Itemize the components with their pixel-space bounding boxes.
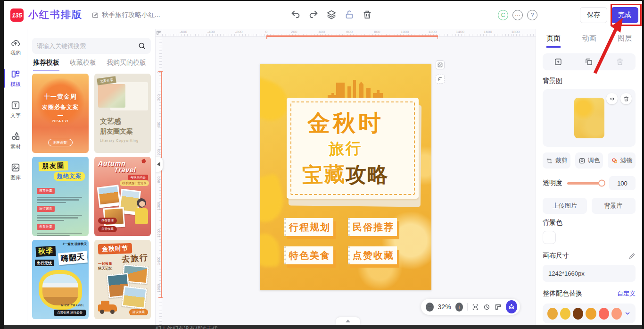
sidebar-item-templates[interactable]: 模板 bbox=[4, 65, 27, 92]
template-card-moments-copy[interactable]: 朋友圈 超绝文案 日常分享 旅行记录 美食分享 bbox=[32, 157, 89, 236]
done-button[interactable]: 完成 bbox=[611, 7, 638, 23]
duplicate-page-icon[interactable] bbox=[585, 58, 593, 66]
template-badge: 点赞收藏 旅行必备 bbox=[54, 310, 86, 316]
template-card-literary[interactable]: 文案分享 文艺感 朋友圈文案 Literary Copywriting bbox=[94, 74, 151, 153]
left-sidebar: 我的 模板 文字 素材 图库 bbox=[4, 29, 27, 325]
template-caption: Literary Copywriting bbox=[100, 139, 139, 142]
top-bar: 135 小红书排版 秋季旅行攻略小红... C ··· ? 保存 完成 bbox=[4, 1, 642, 29]
search-icon[interactable] bbox=[138, 42, 146, 50]
right-panel-tabs: 页面 动画 图层 bbox=[543, 34, 636, 48]
poster-button-folk[interactable]: 民俗推荐 bbox=[348, 218, 397, 236]
poster-page[interactable]: 金秋时 旅行 宝藏攻略 行程规划 民俗推荐 特色美食 点赞收藏 bbox=[260, 64, 431, 290]
sidebar-item-gallery[interactable]: 图库 bbox=[4, 159, 27, 185]
delete-icon[interactable] bbox=[362, 9, 372, 20]
zoom-out-button[interactable]: − bbox=[426, 303, 434, 312]
redo-icon[interactable] bbox=[308, 9, 319, 20]
robot-icon bbox=[508, 303, 515, 311]
layers-icon[interactable] bbox=[326, 9, 337, 20]
poster-title-line3[interactable]: 宝藏攻略 bbox=[260, 161, 431, 189]
poster-title-line1[interactable]: 金秋时 bbox=[260, 108, 431, 138]
horizontal-ruler[interactable]: -600-400-2000200400600800100012001400160… bbox=[162, 29, 536, 37]
sidebar-item-label: 我的 bbox=[10, 50, 21, 57]
palette-color-6[interactable] bbox=[611, 308, 622, 320]
crop-icon bbox=[546, 157, 553, 164]
template-title: 朋友圈 bbox=[39, 161, 68, 171]
template-section-tag: 旅行记录 bbox=[37, 206, 55, 212]
remove-bg-button[interactable] bbox=[620, 93, 632, 104]
template-tabs: 推荐模板 收藏模板 我购买的模版 bbox=[33, 59, 146, 71]
panel-collapse-handle[interactable] bbox=[156, 157, 163, 172]
feedback-icon[interactable]: ··· bbox=[512, 10, 523, 20]
ai-assistant-button[interactable] bbox=[506, 300, 517, 313]
crop-button[interactable]: 裁剪 bbox=[543, 152, 570, 169]
flip-horizontal-button[interactable] bbox=[606, 93, 618, 104]
upload-image-button[interactable]: 上传图片 bbox=[543, 198, 587, 214]
opacity-slider[interactable] bbox=[567, 182, 604, 185]
unlock-icon[interactable] bbox=[344, 9, 355, 20]
poster-button-food[interactable]: 特色美食 bbox=[284, 246, 333, 264]
topbar-right-icons: C ··· ? bbox=[498, 10, 537, 20]
template-title2: 去旅行 bbox=[121, 252, 149, 265]
tab-page[interactable]: 页面 bbox=[546, 34, 561, 48]
opacity-value: 100 bbox=[609, 176, 636, 190]
ruler-toggle-icon[interactable] bbox=[495, 303, 502, 311]
tab-layers[interactable]: 图层 bbox=[618, 34, 632, 48]
template-card-autumn-fun[interactable]: #一篇文 玩转秋天 秋季 出行无忧 嗨翻天 NICE TRAVEL 点赞收藏 旅… bbox=[32, 240, 89, 319]
template-decor bbox=[58, 115, 63, 116]
undo-icon[interactable] bbox=[290, 9, 301, 20]
shapes-icon bbox=[10, 131, 21, 142]
opacity-slider-knob[interactable] bbox=[598, 180, 605, 187]
canvas-size-input[interactable] bbox=[543, 265, 636, 282]
fit-screen-icon[interactable] bbox=[472, 303, 479, 311]
help-icon[interactable]: ? bbox=[527, 10, 537, 20]
tab-purchased-templates[interactable]: 我购买的模版 bbox=[107, 59, 146, 71]
bg-color-swatch[interactable] bbox=[543, 231, 556, 244]
copyright-icon[interactable]: C bbox=[498, 10, 508, 20]
template-icon bbox=[10, 69, 21, 79]
template-card-golden-week[interactable]: 十一黄金周 发圈必备文案 2024/10/1 刷屏必看! bbox=[32, 74, 89, 153]
palette-color-2[interactable] bbox=[560, 308, 570, 320]
background-pattern-button[interactable] bbox=[436, 60, 445, 69]
history-icon[interactable] bbox=[483, 303, 490, 311]
delete-page-icon[interactable] bbox=[616, 58, 624, 66]
filter-label: 滤镜 bbox=[620, 156, 633, 165]
bottom-panel-expander[interactable] bbox=[336, 317, 360, 325]
opacity-row: 透明度 100 bbox=[543, 176, 636, 190]
tune-button[interactable]: 调色 bbox=[575, 152, 603, 169]
template-decor bbox=[37, 215, 82, 216]
save-button[interactable]: 保存 bbox=[580, 7, 607, 23]
recolor-label: 整体配色替换 bbox=[543, 289, 582, 298]
tab-favorite-templates[interactable]: 收藏模板 bbox=[70, 59, 96, 71]
ruler-label: 400 bbox=[319, 30, 325, 34]
search-input[interactable] bbox=[32, 42, 138, 50]
template-decor bbox=[100, 310, 104, 314]
poster-button-like[interactable]: 点赞收藏 bbox=[348, 246, 397, 264]
ruler-label: 200 bbox=[157, 96, 161, 101]
document-name[interactable]: 秋季旅行攻略小红... bbox=[91, 11, 160, 19]
background-library-button[interactable]: 背景库 bbox=[592, 198, 636, 214]
poster-button-itinerary[interactable]: 行程规划 bbox=[284, 218, 333, 236]
template-card-autumn-travel[interactable]: Autumn Travel 与秋天约会 秋季旅游干货分享 保存整理 点赞收藏 bbox=[94, 157, 151, 236]
vertical-ruler[interactable]: 02004006008001000120014001600 bbox=[156, 37, 162, 325]
palette-color-3[interactable] bbox=[573, 308, 583, 320]
filter-button[interactable]: 滤镜 bbox=[608, 152, 636, 169]
sidebar-item-text[interactable]: 文字 bbox=[4, 96, 27, 123]
custom-recolor-link[interactable]: 自定义 bbox=[617, 289, 636, 298]
sidebar-item-mine[interactable]: 我的 bbox=[4, 34, 27, 60]
sidebar-item-assets[interactable]: 素材 bbox=[4, 127, 27, 154]
template-card-golden-autumn[interactable]: 金秋时节 去旅行 一起收集 秋天记忆 建议收藏 bbox=[94, 240, 151, 319]
ginkgo-leaf-decor bbox=[260, 234, 280, 267]
bg-image-thumbnail[interactable] bbox=[574, 98, 604, 138]
ruler-corner[interactable] bbox=[156, 29, 162, 37]
ruler-label: 1800 bbox=[511, 30, 520, 34]
palette-color-4[interactable] bbox=[586, 308, 596, 320]
zoom-in-button[interactable]: + bbox=[455, 303, 463, 312]
tab-animation[interactable]: 动画 bbox=[582, 34, 596, 48]
edit-size-icon[interactable] bbox=[628, 253, 636, 260]
add-page-icon[interactable] bbox=[554, 58, 562, 66]
palette-color-5[interactable] bbox=[599, 308, 609, 320]
palette-color-1[interactable] bbox=[547, 308, 558, 320]
chevron-down-icon[interactable] bbox=[624, 310, 631, 317]
replace-image-button[interactable] bbox=[436, 75, 445, 84]
tab-recommended-templates[interactable]: 推荐模板 bbox=[33, 59, 59, 71]
